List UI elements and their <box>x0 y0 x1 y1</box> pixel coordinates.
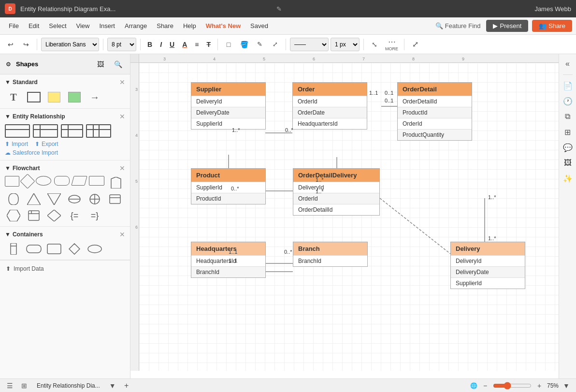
fill-shape-button[interactable]: □ <box>222 38 235 51</box>
chat-btn[interactable]: 💬 <box>561 141 575 154</box>
strikethrough-button[interactable]: T <box>203 38 214 51</box>
fc-shape-brace-right[interactable]: =} <box>86 209 103 222</box>
collapse-sidebar-btn[interactable]: « <box>561 57 575 71</box>
line-color-button[interactable]: ✎ <box>253 38 266 51</box>
present-button[interactable]: ▶ Present <box>486 20 528 32</box>
salesforce-import-button[interactable]: ☁ Salesforce Import <box>5 149 125 156</box>
sidebar-search-btn[interactable]: 🔍 <box>112 58 124 71</box>
redo-button[interactable]: ↪ <box>19 38 33 51</box>
diagram-canvas[interactable]: Supplier DeliveryId DeliveryDate Supplie… <box>139 63 559 371</box>
er-shape-4[interactable] <box>86 124 111 138</box>
fc-oval[interactable] <box>36 176 51 186</box>
fc-parallelogram[interactable] <box>71 176 87 186</box>
underline-button[interactable]: U <box>167 38 177 51</box>
fc-rect-2[interactable] <box>89 176 104 186</box>
fc-shape-extra-1[interactable] <box>107 176 125 189</box>
fc-shape-extra-4[interactable] <box>45 192 63 206</box>
entity-product[interactable]: Product SupplierId ProductId <box>191 168 266 204</box>
magic-btn[interactable]: ✨ <box>561 172 575 185</box>
export-button[interactable]: ⬆ Export <box>35 141 58 147</box>
zoom-in-btn[interactable]: + <box>533 380 545 392</box>
fc-shape-extra-9[interactable] <box>25 209 43 222</box>
more-button[interactable]: ⋯ MORE <box>383 38 400 51</box>
fc-shape-extra-3[interactable] <box>25 192 43 206</box>
pages-btn[interactable]: 📄 <box>561 79 575 92</box>
note-shape[interactable] <box>45 90 63 104</box>
menu-whats-new[interactable]: What's New <box>201 20 245 31</box>
containers-close-icon[interactable]: ✕ <box>119 231 125 238</box>
entity-branch[interactable]: Branch BranchId <box>293 242 368 267</box>
connection-style-button[interactable]: ⤢ <box>268 38 282 51</box>
arrow-shape[interactable]: → <box>86 90 103 104</box>
italic-button[interactable]: I <box>157 38 165 51</box>
fc-close-icon[interactable]: ✕ <box>119 164 125 172</box>
entity-orderdetaildelivery[interactable]: OrderDetailDelivery DeliveryId OrderId O… <box>293 168 380 216</box>
standard-section-header[interactable]: ▼ Standard ✕ <box>5 78 125 86</box>
fc-shape-extra-6[interactable] <box>86 192 103 206</box>
line-style-select[interactable]: —— <box>290 38 329 51</box>
containers-section-header[interactable]: ▼ Containers ✕ <box>5 231 125 238</box>
grid-view-btn[interactable]: ⊞ <box>18 380 30 392</box>
tab-dropdown-btn[interactable]: ▼ <box>107 380 118 392</box>
sidebar-image-btn[interactable]: 🖼 <box>94 58 107 71</box>
cont-shape-5[interactable] <box>86 242 103 256</box>
zoom-slider[interactable] <box>493 382 532 390</box>
import-data-row[interactable]: ⬆ Import Data <box>0 260 130 277</box>
fc-shape-extra-10[interactable] <box>45 209 63 222</box>
fill-color-button[interactable]: 🪣 <box>237 38 251 51</box>
text-shape[interactable]: T <box>5 90 22 104</box>
menu-view[interactable]: View <box>72 20 95 31</box>
font-size-select[interactable]: 8 pt <box>107 38 136 51</box>
fc-section-header[interactable]: ▼ Flowchart ✕ <box>5 164 125 172</box>
undo-button[interactable]: ↩ <box>4 38 17 51</box>
format-btn[interactable]: ⊞ <box>561 125 575 139</box>
list-view-btn[interactable]: ☰ <box>4 380 15 392</box>
zoom-out-btn[interactable]: − <box>479 380 491 392</box>
zoom-dropdown-btn[interactable]: ▼ <box>561 380 572 392</box>
menu-share[interactable]: Share <box>152 20 178 31</box>
import-button[interactable]: ⬆ Import <box>5 141 28 147</box>
menu-arrange[interactable]: Arrange <box>120 20 152 31</box>
add-tab-button[interactable]: + <box>121 380 132 391</box>
fullscreen-button[interactable]: ⤢ <box>408 38 422 51</box>
rect-shape[interactable] <box>25 90 43 104</box>
cont-shape-3[interactable] <box>45 242 63 256</box>
menu-insert[interactable]: Insert <box>94 20 120 31</box>
edit-title-icon[interactable]: ✎ <box>276 5 282 13</box>
fc-shape-extra-7[interactable] <box>106 192 124 206</box>
share-button[interactable]: 👥 Share <box>532 20 572 32</box>
cont-shape-2[interactable] <box>25 242 43 256</box>
menu-edit[interactable]: Edit <box>24 20 44 31</box>
entity-orderdetail[interactable]: OrderDetail OrderDetailId ProductId Orde… <box>397 82 472 141</box>
entity-order[interactable]: Order OrderId OrderDate HeadquartersId <box>292 82 367 130</box>
line-width-select[interactable]: 1 px <box>331 38 360 51</box>
er-close-icon[interactable]: ✕ <box>119 113 125 120</box>
color-shape[interactable] <box>66 90 83 104</box>
fc-diamond[interactable] <box>20 174 35 189</box>
diagram-tab-label[interactable]: Entity Relationship Dia... <box>33 382 104 389</box>
clipart-btn[interactable]: 🖼 <box>561 156 575 170</box>
er-shape-2[interactable] <box>33 124 58 138</box>
er-shape-1[interactable] <box>5 124 30 138</box>
fc-shape-extra-5[interactable] <box>66 192 83 206</box>
cont-shape-4[interactable] <box>66 242 83 256</box>
bold-button[interactable]: B <box>144 38 155 51</box>
layers-btn[interactable]: ⧉ <box>561 110 575 123</box>
entity-delivery[interactable]: Delivery DeliveryId DeliveryDate Supplie… <box>450 242 525 289</box>
menu-file[interactable]: File <box>4 20 24 31</box>
align-left-button[interactable]: ≡ <box>192 38 202 51</box>
fc-rect[interactable] <box>5 176 19 187</box>
timer-btn[interactable]: 🕐 <box>561 94 575 108</box>
cont-shape-1[interactable] <box>5 242 22 256</box>
font-select[interactable]: Liberation Sans <box>41 38 99 51</box>
font-color-button[interactable]: A <box>179 38 190 51</box>
fc-shape-brace-left[interactable]: {= <box>66 209 83 222</box>
menu-help[interactable]: Help <box>178 20 201 31</box>
er-shape-3[interactable] <box>61 124 83 138</box>
fc-round-rect[interactable] <box>54 176 70 186</box>
entity-supplier[interactable]: Supplier DeliveryId DeliveryDate Supplie… <box>191 82 266 130</box>
standard-close-icon[interactable]: ✕ <box>119 78 125 86</box>
waypoint-button[interactable]: ⤡ <box>368 38 381 51</box>
er-section-header[interactable]: ▼ Entity Relationship ✕ <box>5 113 125 120</box>
feature-find[interactable]: 🔍 Feature Find <box>435 22 481 29</box>
